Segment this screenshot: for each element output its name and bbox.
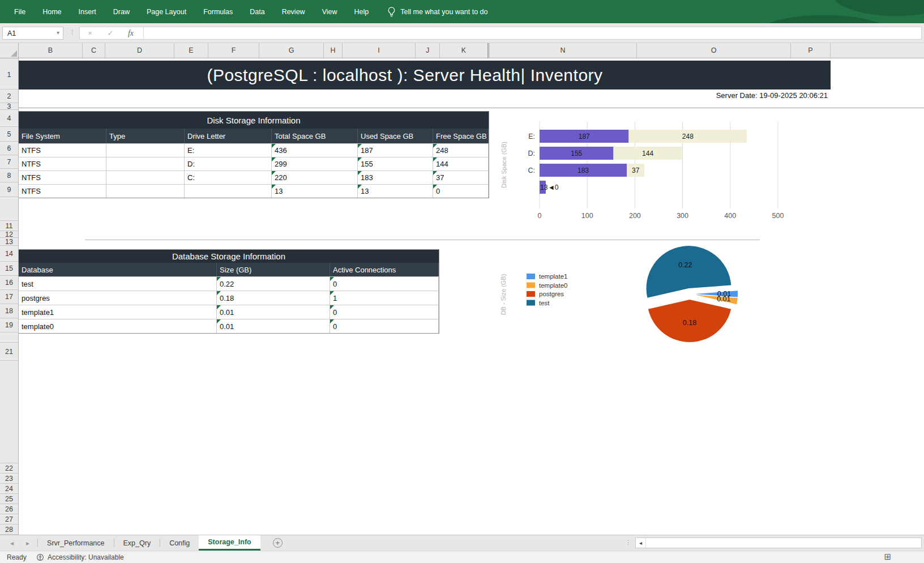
table-cell[interactable]: NTFS xyxy=(19,170,106,184)
menu-formulas[interactable]: Formulas xyxy=(195,0,241,23)
table-cell[interactable]: NTFS xyxy=(19,157,106,170)
disk-space-bar-chart[interactable]: 0100200300400500E:187248D:155144C:183371… xyxy=(498,113,804,224)
column-header-E[interactable]: E xyxy=(174,43,208,58)
column-header-cell[interactable]: Total Space GB xyxy=(272,129,358,143)
table-cell[interactable]: 0 xyxy=(330,276,439,291)
row-header-24[interactable]: 24 xyxy=(0,484,18,494)
table-cell[interactable]: NTFS xyxy=(19,143,106,157)
db-size-pie-chart[interactable]: 0.010.010.180.22template1template0postgr… xyxy=(493,241,776,351)
sheet-tab-storage_info[interactable]: Storage_Info xyxy=(199,535,260,551)
menu-home[interactable]: Home xyxy=(34,0,70,23)
sheet-nav-prev-icon[interactable]: ◂ xyxy=(10,539,14,547)
row-header-3[interactable]: 3 xyxy=(0,103,18,110)
row-header-6[interactable]: 6 xyxy=(0,142,18,155)
row-header-1[interactable]: 1 xyxy=(0,61,18,89)
table-cell[interactable]: postgres xyxy=(19,291,217,305)
table-cell[interactable]: 144 xyxy=(433,157,489,170)
sheet-tab-exp_qry[interactable]: Exp_Qry xyxy=(114,535,160,551)
tab-scroll-resize-handle[interactable]: ⋮ xyxy=(625,539,631,546)
row-header-4[interactable]: 4 xyxy=(0,110,18,127)
column-header-N[interactable]: N xyxy=(489,43,637,58)
name-box[interactable]: A1 ▾ xyxy=(2,27,63,40)
table-cell[interactable] xyxy=(106,157,185,170)
column-header-cell[interactable]: Active Connections xyxy=(330,263,439,276)
row-header-9[interactable]: 9 xyxy=(0,182,18,197)
menu-review[interactable]: Review xyxy=(273,0,314,23)
column-header-D[interactable]: D xyxy=(105,43,174,58)
sheet-grid[interactable]: (PostgreSQL : localhost ): Server Health… xyxy=(19,58,924,535)
database-storage-table[interactable]: Database Storage InformationDatabaseSize… xyxy=(18,249,439,334)
table-cell[interactable]: 248 xyxy=(433,143,489,157)
table-cell[interactable]: 0 xyxy=(330,319,439,333)
select-all-corner[interactable] xyxy=(0,43,19,58)
table-cell[interactable]: template1 xyxy=(19,305,217,319)
table-cell[interactable]: 0.18 xyxy=(217,291,330,305)
table-cell[interactable]: 0.01 xyxy=(217,319,330,333)
row-header-5[interactable]: 5 xyxy=(0,127,18,142)
menu-insert[interactable]: Insert xyxy=(70,0,105,23)
new-sheet-button[interactable]: + xyxy=(273,538,283,548)
menu-file[interactable]: File xyxy=(6,0,34,23)
table-cell[interactable]: 436 xyxy=(272,143,358,157)
table-cell[interactable] xyxy=(106,143,185,157)
disk-storage-table[interactable]: Disk Storage InformationFile SystemTypeD… xyxy=(18,111,489,198)
column-header-cell[interactable]: Size (GB) xyxy=(217,263,330,276)
enter-icon[interactable]: ✓ xyxy=(100,29,121,37)
column-header-I[interactable]: I xyxy=(343,43,416,58)
menu-data[interactable]: Data xyxy=(241,0,273,23)
insert-function-icon[interactable]: fx xyxy=(121,29,141,38)
table-cell[interactable]: 299 xyxy=(272,157,358,170)
column-header-G[interactable]: G xyxy=(259,43,324,58)
scrollbar-track[interactable] xyxy=(646,538,921,548)
row-header-blank[interactable] xyxy=(0,197,18,221)
formula-bar-resize-handle[interactable]: ⁞ xyxy=(71,28,73,36)
sheet-tab-config[interactable]: Config xyxy=(160,535,199,551)
row-header-2[interactable]: 2 xyxy=(0,89,18,103)
table-cell[interactable]: 13 xyxy=(358,184,433,198)
row-header-17[interactable]: 17 xyxy=(0,290,18,304)
row-header-26[interactable]: 26 xyxy=(0,504,18,514)
row-header-15[interactable]: 15 xyxy=(0,262,18,276)
tell-me-box[interactable]: Tell me what you want to do xyxy=(377,7,487,17)
column-header-J[interactable]: J xyxy=(416,43,440,58)
table-cell[interactable]: 0 xyxy=(433,184,489,198)
column-header-cell[interactable]: Free Space GB xyxy=(433,129,489,143)
table-cell[interactable] xyxy=(106,184,185,198)
row-header-8[interactable]: 8 xyxy=(0,169,18,182)
row-header-27[interactable]: 27 xyxy=(0,514,18,524)
column-header-cell[interactable]: Used Space GB xyxy=(358,129,433,143)
row-header-22[interactable]: 22 xyxy=(0,463,18,474)
scroll-left-icon[interactable]: ◂ xyxy=(636,538,646,548)
column-header-B[interactable]: B xyxy=(19,43,83,58)
row-header-21[interactable]: 21 xyxy=(0,343,18,361)
column-header-cell[interactable]: Type xyxy=(106,129,185,143)
table-cell[interactable]: 0 xyxy=(330,305,439,319)
column-header-H[interactable]: H xyxy=(324,43,343,58)
table-cell[interactable]: 187 xyxy=(358,143,433,157)
column-header-P[interactable]: P xyxy=(791,43,831,58)
table-cell[interactable]: test xyxy=(19,276,217,291)
column-header-cell[interactable]: Drive Letter xyxy=(185,129,272,143)
table-cell[interactable] xyxy=(106,170,185,184)
row-header-16[interactable]: 16 xyxy=(0,276,18,290)
formula-input[interactable] xyxy=(144,27,921,39)
menu-page-layout[interactable]: Page Layout xyxy=(138,0,195,23)
column-header-C[interactable]: C xyxy=(83,43,105,58)
table-cell[interactable]: 0.22 xyxy=(217,276,330,291)
table-cell[interactable]: C: xyxy=(185,170,272,184)
table-cell[interactable]: 155 xyxy=(358,157,433,170)
row-header-23[interactable]: 23 xyxy=(0,474,18,484)
row-header-12[interactable]: 12 xyxy=(0,231,18,238)
column-header-O[interactable]: O xyxy=(637,43,791,58)
name-box-dropdown-icon[interactable]: ▾ xyxy=(57,29,59,36)
sheet-tab-srvr_performance[interactable]: Srvr_Performance xyxy=(38,535,113,551)
menu-help[interactable]: Help xyxy=(346,0,378,23)
column-header-cell[interactable]: Database xyxy=(19,263,217,276)
row-header-blank[interactable] xyxy=(0,332,18,343)
title-banner-cell[interactable]: (PostgreSQL : localhost ): Server Health… xyxy=(19,61,831,89)
cancel-icon[interactable]: × xyxy=(80,29,100,37)
column-header-cell[interactable]: File System xyxy=(19,129,106,143)
row-header-28[interactable]: 28 xyxy=(0,524,18,535)
sheet-nav-next-icon[interactable]: ▸ xyxy=(26,539,29,547)
column-header-K[interactable]: K xyxy=(440,43,489,58)
